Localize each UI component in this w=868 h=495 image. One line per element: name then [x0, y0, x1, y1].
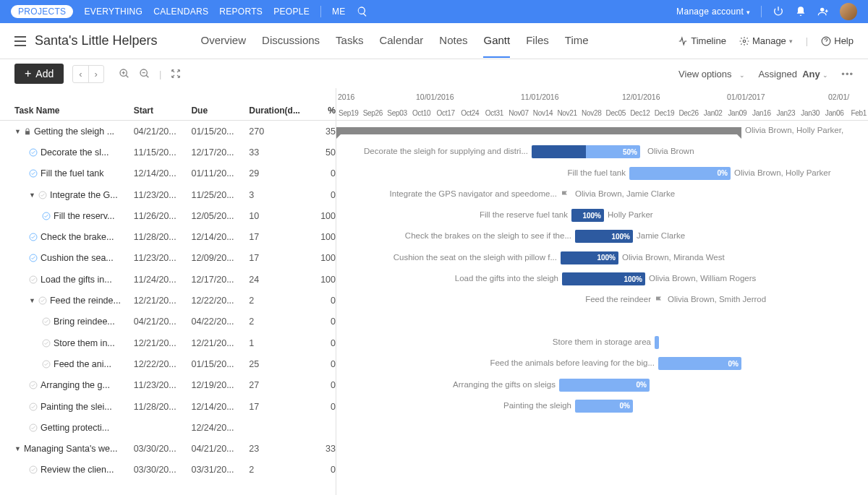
task-bar[interactable]: 0%	[559, 379, 650, 392]
chevron-down-icon[interactable]: ▼	[29, 191, 35, 199]
assigned-filter[interactable]: Assigned Any ⌄	[758, 69, 828, 79]
cell-start: 04/21/20...	[134, 317, 192, 327]
table-row[interactable]: Load the gifts in...11/24/20...12/17/20.…	[0, 269, 336, 290]
milestone-icon[interactable]	[561, 189, 568, 199]
chevron-down-icon[interactable]: ▼	[14, 128, 21, 135]
tab-notes[interactable]: Notes	[439, 34, 467, 58]
assignee-label: Olivia Brown, Holly Parker,	[745, 126, 843, 134]
check-circle-icon[interactable]	[29, 465, 38, 474]
gantt-chart[interactable]: 2016 10/01/201611/01/201612/01/201601/01…	[336, 88, 868, 495]
power-icon[interactable]	[773, 6, 784, 17]
cell-pct: 100	[307, 211, 336, 221]
tab-discussions[interactable]: Discussions	[262, 34, 320, 58]
tab-tasks[interactable]: Tasks	[336, 34, 363, 58]
zoom-in-icon[interactable]	[119, 68, 130, 79]
table-row[interactable]: ▼Feed the reinde...12/21/20...12/22/20..…	[0, 290, 336, 311]
table-row[interactable]: Fill the reserv...11/26/20...12/05/20...…	[0, 205, 336, 226]
more-icon[interactable]: •••	[841, 69, 854, 79]
check-circle-icon[interactable]	[42, 212, 51, 220]
manage-account[interactable]: Manage account ▾	[676, 7, 750, 17]
check-circle-icon[interactable]	[42, 339, 51, 348]
cell-pct: 0	[307, 338, 336, 348]
nav-me[interactable]: ME	[332, 7, 346, 17]
add-button[interactable]: +Add	[14, 64, 64, 84]
task-name: Integrate the G...	[50, 190, 118, 200]
table-row[interactable]: ▼Getting the sleigh ...04/21/20...01/15/…	[0, 121, 336, 142]
chevron-down-icon[interactable]: ▼	[14, 445, 21, 452]
svg-point-0	[820, 8, 824, 12]
check-circle-icon[interactable]	[29, 403, 38, 411]
assignee-label: Olivia Brown, Jamie Clarke	[575, 189, 675, 198]
next-button[interactable]: ›	[88, 66, 103, 82]
milestone-icon[interactable]	[655, 294, 662, 304]
gantt-row	[336, 460, 868, 481]
table-row[interactable]: Arranging the g...11/23/20...12/19/20...…	[0, 375, 336, 396]
hamburger-icon[interactable]	[14, 36, 26, 46]
check-circle-icon[interactable]	[42, 317, 51, 326]
task-bar[interactable]: 100%	[562, 272, 645, 285]
table-row[interactable]: Store them in...12/21/20...12/21/20...10	[0, 332, 336, 353]
nav-calendars[interactable]: CALENDARS	[153, 7, 208, 17]
table-row[interactable]: Getting protecti...12/24/20...	[0, 417, 336, 438]
check-circle-icon[interactable]	[29, 381, 38, 389]
task-bar[interactable]	[655, 336, 659, 349]
table-row[interactable]: Cushion the sea...11/23/20...12/09/20...…	[0, 248, 336, 269]
task-name: Fill the fuel tank	[41, 168, 104, 178]
table-row[interactable]: Check the brake...11/28/20...12/14/20...…	[0, 226, 336, 247]
check-circle-icon[interactable]	[29, 275, 38, 284]
cell-start: 03/30/20...	[134, 444, 192, 454]
tab-time[interactable]: Time	[565, 34, 589, 58]
prev-button[interactable]: ‹	[73, 66, 88, 82]
check-circle-icon[interactable]	[29, 169, 38, 178]
tab-files[interactable]: Files	[526, 34, 549, 58]
zoom-out-icon[interactable]	[139, 68, 150, 79]
table-row[interactable]: Bring reindee...04/21/20...04/22/20...20	[0, 311, 336, 332]
table-row[interactable]: Decorate the sl...11/15/20...12/17/20...…	[0, 142, 336, 163]
avatar[interactable]	[840, 3, 857, 20]
summary-bar[interactable]	[336, 127, 741, 134]
check-circle-icon[interactable]	[38, 191, 47, 199]
task-bar[interactable]: 100%	[571, 209, 604, 222]
add-user-icon[interactable]	[817, 6, 829, 17]
timeline-button[interactable]: Timeline	[678, 35, 726, 46]
nav-projects[interactable]: PROJECTS	[11, 5, 73, 18]
table-row[interactable]: Painting the slei...11/28/20...12/14/20.…	[0, 396, 336, 417]
task-name: Cushion the sea...	[41, 253, 114, 263]
gantt-row: Painting the sleigh0%	[336, 396, 868, 417]
task-bar[interactable]: 0%	[629, 167, 731, 180]
task-bar[interactable]: 50%	[532, 145, 640, 158]
expand-icon[interactable]	[170, 68, 182, 79]
table-row[interactable]: Fill the fuel tank12/14/20...01/11/20...…	[0, 163, 336, 184]
task-bar[interactable]: 0%	[658, 357, 741, 370]
task-bar[interactable]: 0%	[575, 400, 633, 413]
manage-button[interactable]: Manage ▾	[739, 35, 793, 46]
check-circle-icon[interactable]	[38, 296, 47, 305]
bell-icon[interactable]	[795, 6, 807, 17]
task-name: Feed the reinde...	[50, 296, 121, 306]
table-row[interactable]: ▼Managing Santa's we...03/30/20...04/21/…	[0, 438, 336, 459]
search-icon[interactable]	[357, 6, 368, 17]
cell-start: 11/23/20...	[134, 380, 192, 390]
gantt-row	[336, 311, 868, 332]
check-circle-icon[interactable]	[29, 233, 38, 241]
table-row[interactable]: ▼Integrate the G...11/23/20...11/25/20..…	[0, 184, 336, 205]
day-label: Dec19	[652, 109, 677, 117]
check-circle-icon[interactable]	[29, 254, 38, 262]
tab-calendar[interactable]: Calendar	[379, 34, 423, 58]
check-circle-icon[interactable]	[42, 360, 51, 369]
table-row[interactable]: Feed the ani...12/22/20...01/15/20...250	[0, 353, 336, 374]
check-circle-icon[interactable]	[29, 423, 38, 432]
task-bar[interactable]: 100%	[561, 251, 618, 264]
chevron-down-icon[interactable]: ▼	[29, 297, 35, 304]
nav-reports[interactable]: REPORTS	[219, 7, 263, 17]
tab-overview[interactable]: Overview	[201, 34, 247, 58]
view-options[interactable]: View options ⌄	[678, 69, 745, 79]
table-row[interactable]: Review the clien...03/30/20...03/31/20..…	[0, 460, 336, 481]
nav-everything[interactable]: EVERYTHING	[84, 7, 142, 17]
day-label: Sep26	[361, 109, 386, 117]
check-circle-icon[interactable]	[29, 148, 38, 157]
tab-gantt[interactable]: Gantt	[483, 34, 510, 58]
task-bar[interactable]: 100%	[575, 230, 633, 243]
nav-people[interactable]: PEOPLE	[273, 7, 310, 17]
help-button[interactable]: Help	[821, 35, 854, 46]
